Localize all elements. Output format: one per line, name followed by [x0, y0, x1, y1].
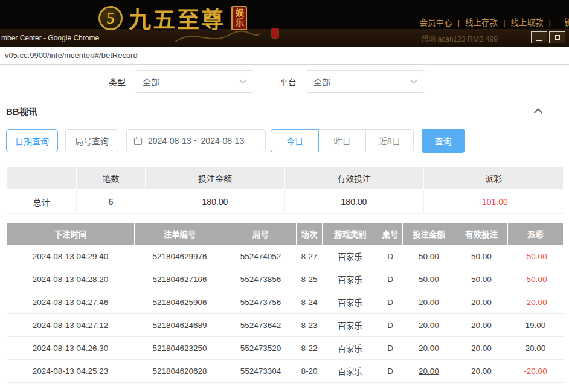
game-type-cell: 百家乐: [323, 336, 378, 359]
session-cell: 8-22: [297, 336, 323, 359]
summary-corner-cell: [7, 166, 76, 190]
bet-id-cell: 521804624689: [135, 313, 225, 336]
summary-col-payout: 派彩: [423, 166, 564, 190]
payout-cell: 20.00: [508, 336, 564, 359]
nav-separator: |: [548, 18, 551, 27]
summary-payout-value: -101.00: [423, 190, 564, 213]
platform-filter-label: 平台: [280, 76, 297, 88]
summary-col-bet: 投注金额: [146, 166, 284, 190]
minimize-icon: [536, 40, 542, 41]
valid-bet-cell: 20.00: [455, 291, 508, 313]
window-title-bar: mber Center - Google Chrome 帮助 acan123 R…: [0, 29, 569, 47]
main-content: 类型 全部 平台 全部 BB视讯 日期查询 局号查询: [0, 65, 569, 383]
bet-id-cell: 521804623250: [135, 336, 225, 359]
round-query-button[interactable]: 局号查询: [65, 129, 118, 152]
col-bet-id: 注单编号: [135, 223, 225, 245]
payout-cell: -20.00: [508, 359, 564, 382]
bet-amount-link[interactable]: 20.00: [403, 313, 455, 336]
address-bar[interactable]: v05.cc:9900/infe/mcenter/#/betRecord: [0, 47, 569, 65]
platform-select-value: 全部: [313, 76, 330, 88]
col-game-type: 游戏类别: [323, 223, 378, 245]
nav-deposit[interactable]: 线上存款: [465, 18, 498, 27]
summary-total-label: 总计: [7, 190, 76, 213]
bet-table-header-row: 下注时间 注单编号 局号 场次 游戏类别 桌号 投注金额 有效投注 派彩: [7, 223, 564, 245]
col-table-no: 桌号: [378, 223, 403, 245]
coin-logo-icon: 5: [98, 6, 123, 30]
bet-amount-link[interactable]: 20.00: [403, 336, 455, 359]
section-title: BB视讯: [6, 104, 37, 117]
valid-bet-cell: 50.00: [455, 245, 508, 268]
nav-withdraw[interactable]: 线上取款: [510, 18, 543, 27]
nav-onekey[interactable]: 一键: [556, 18, 569, 27]
calendar-icon: [133, 137, 143, 146]
recent8days-button[interactable]: 近8日: [365, 129, 414, 152]
date-range-value: 2024-08-13 ~ 2024-08-13: [148, 136, 244, 146]
minimize-button[interactable]: [531, 31, 547, 43]
maximize-button[interactable]: [549, 31, 565, 43]
bet-id-cell: 521804627106: [135, 268, 225, 291]
valid-bet-cell: 20.00: [455, 313, 508, 336]
chevron-down-icon: [239, 79, 246, 84]
bet-time-cell: 2024-08-13 04:28:20: [7, 268, 135, 291]
bet-time-cell: 2024-08-13 04:27:46: [7, 291, 135, 313]
round-id-cell: 552473304: [225, 359, 297, 382]
round-id-cell: 552473756: [225, 291, 297, 313]
game-type-cell: 百家乐: [323, 313, 378, 336]
site-header: 5 九五至尊 娱乐 会员中心|线上存款|线上取款|一键: [0, 0, 569, 29]
logo-text: 九五至尊: [129, 2, 225, 34]
yesterday-button[interactable]: 昨日: [318, 129, 366, 152]
bet-amount-link[interactable]: 50.00: [403, 268, 455, 291]
logo-badge: 娱乐: [231, 6, 247, 30]
col-bet-time: 下注时间: [7, 223, 135, 245]
payout-cell: -20.00: [508, 291, 564, 313]
col-valid-bet: 有效投注: [455, 223, 508, 245]
round-id-cell: 552473642: [225, 313, 297, 336]
nav-member-center[interactable]: 会员中心: [419, 18, 452, 27]
top-nav: 会员中心|线上存款|线上取款|一键: [419, 16, 569, 28]
col-round-id: 局号: [225, 223, 297, 245]
bet-id-cell: 521804625906: [135, 291, 225, 313]
search-button[interactable]: 查询: [422, 129, 465, 153]
filter-row: 类型 全部 平台 全部: [6, 65, 563, 93]
table-no-cell: D: [378, 359, 403, 382]
bet-id-cell: 521804629976: [135, 245, 225, 268]
chevron-up-icon: [533, 108, 543, 114]
quick-date-group: 今日 昨日 近8日: [271, 129, 414, 152]
nav-separator: |: [503, 18, 506, 27]
window-controls: [531, 31, 565, 43]
table-row: 2024-08-13 04:27:12521804624689552473642…: [7, 313, 564, 336]
bet-amount-link[interactable]: 50.00: [403, 245, 455, 268]
nav-separator: |: [457, 18, 460, 27]
bet-amount-link[interactable]: 20.00: [403, 291, 455, 313]
bet-time-cell: 2024-08-13 04:26:30: [7, 336, 135, 359]
session-cell: 8-25: [297, 268, 323, 291]
collapse-section-button[interactable]: [533, 108, 543, 114]
session-cell: 8-20: [297, 359, 323, 382]
today-button[interactable]: 今日: [271, 129, 319, 152]
summary-count-value: 6: [76, 190, 146, 213]
window-title: mber Center - Google Chrome: [1, 34, 99, 42]
col-bet-amount: 投注金额: [403, 223, 455, 245]
valid-bet-cell: 20.00: [455, 359, 508, 382]
table-no-cell: D: [378, 245, 403, 268]
date-range-input[interactable]: 2024-08-13 ~ 2024-08-13: [126, 129, 266, 152]
platform-select[interactable]: 全部: [306, 70, 425, 93]
game-type-cell: 百家乐: [323, 359, 378, 382]
table-no-cell: D: [378, 313, 403, 336]
maximize-icon: [555, 35, 560, 40]
table-row: 2024-08-13 04:28:20521804627106552473856…: [7, 268, 564, 291]
bet-amount-link[interactable]: 20.00: [403, 359, 455, 382]
date-query-button[interactable]: 日期查询: [6, 129, 58, 152]
round-id-cell: 552474052: [225, 245, 297, 268]
query-controls: 日期查询 局号查询 2024-08-13 ~ 2024-08-13 今日 昨日 …: [6, 129, 563, 153]
type-select[interactable]: 全部: [135, 70, 254, 93]
section-header: BB视讯: [6, 104, 563, 117]
table-no-cell: D: [378, 268, 403, 291]
summary-col-count: 笔数: [76, 166, 146, 190]
game-type-cell: 百家乐: [323, 268, 378, 291]
type-filter-label: 类型: [109, 76, 126, 88]
bet-id-cell: 521804620628: [135, 359, 225, 382]
site-logo: 5 九五至尊 娱乐: [98, 2, 247, 34]
summary-bet-value: 180.00: [146, 190, 284, 213]
session-cell: 8-24: [297, 291, 323, 313]
